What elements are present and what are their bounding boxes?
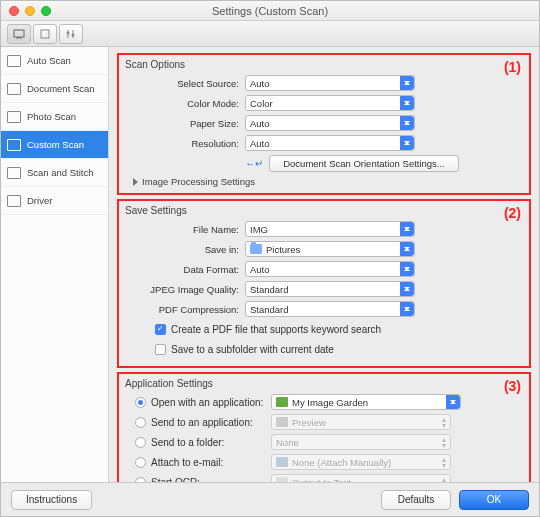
sidebar-label: Document Scan [27, 83, 95, 94]
minimize-icon[interactable] [25, 6, 35, 16]
mode-scan-from-panel-icon[interactable] [33, 24, 57, 44]
data-format-dropdown[interactable]: Auto [245, 261, 415, 277]
save-in-dropdown[interactable]: Pictures [245, 241, 415, 257]
open-with-app-label: Open with an application: [151, 397, 271, 408]
open-with-app-dropdown[interactable]: My Image Garden [271, 394, 461, 410]
pdf-keyword-checkbox[interactable] [155, 324, 166, 335]
scanner-icon [7, 83, 21, 95]
start-ocr-dropdown: Output to Text▴▾ [271, 474, 451, 482]
send-to-folder-label: Send to a folder: [151, 437, 271, 448]
scanner-icon [7, 167, 21, 179]
dropdown-arrow-icon [400, 242, 414, 256]
dropdown-arrow-icon [400, 262, 414, 276]
scanner-icon [7, 55, 21, 67]
jpeg-quality-dropdown[interactable]: Standard [245, 281, 415, 297]
sidebar-label: Custom Scan [27, 139, 84, 150]
paper-size-label: Paper Size: [125, 118, 245, 129]
sidebar-item-auto-scan[interactable]: Auto Scan [1, 47, 108, 75]
paper-size-dropdown[interactable]: Auto [245, 115, 415, 131]
application-settings-group: (3) Application Settings Open with an ap… [117, 372, 531, 482]
close-icon[interactable] [9, 6, 19, 16]
dropdown-arrow-icon [400, 222, 414, 236]
file-name-label: File Name: [125, 224, 245, 235]
send-to-app-label: Send to an application: [151, 417, 271, 428]
select-source-dropdown[interactable]: Auto [245, 75, 415, 91]
preview-icon [276, 417, 288, 427]
pdf-keyword-label: Create a PDF file that supports keyword … [171, 324, 381, 335]
dropdown-arrow-icon [446, 395, 460, 409]
scanner-icon [7, 111, 21, 123]
footer-bar: Instructions Defaults OK [1, 482, 539, 516]
mode-scan-from-computer-icon[interactable] [7, 24, 31, 44]
send-to-folder-radio[interactable] [135, 437, 146, 448]
application-settings-title: Application Settings [125, 378, 523, 389]
dropdown-arrow-icon [400, 282, 414, 296]
scanner-icon [7, 195, 21, 207]
orientation-link-icon: ←↵ [245, 158, 263, 169]
save-in-label: Save in: [125, 244, 245, 255]
open-with-app-radio[interactable] [135, 397, 146, 408]
sidebar-label: Photo Scan [27, 111, 76, 122]
window-title: Settings (Custom Scan) [212, 5, 328, 17]
pdf-compression-dropdown[interactable]: Standard [245, 301, 415, 317]
dropdown-arrow-icon [400, 136, 414, 150]
scan-options-group: (1) Scan Options Select Source:Auto Colo… [117, 53, 531, 195]
file-name-field[interactable]: IMG [245, 221, 415, 237]
svg-point-5 [67, 31, 70, 34]
jpeg-quality-label: JPEG Image Quality: [125, 284, 245, 295]
mode-toolbar [1, 21, 539, 47]
sidebar: Auto Scan Document Scan Photo Scan Custo… [1, 47, 109, 482]
app-icon [276, 397, 288, 407]
attach-email-radio[interactable] [135, 457, 146, 468]
send-to-app-radio[interactable] [135, 417, 146, 428]
sidebar-item-custom-scan[interactable]: Custom Scan [1, 131, 108, 159]
sidebar-label: Auto Scan [27, 55, 71, 66]
color-mode-dropdown[interactable]: Color [245, 95, 415, 111]
svg-rect-0 [14, 30, 24, 37]
annotation-2: (2) [504, 205, 521, 221]
sidebar-item-document-scan[interactable]: Document Scan [1, 75, 108, 103]
dropdown-arrow-icon [400, 116, 414, 130]
mail-icon [276, 457, 288, 467]
zoom-icon[interactable] [41, 6, 51, 16]
subfolder-date-label: Save to a subfolder with current date [171, 344, 334, 355]
window-titlebar: Settings (Custom Scan) [1, 1, 539, 21]
image-processing-disclosure[interactable]: Image Processing Settings [133, 176, 523, 187]
folder-icon [250, 244, 262, 254]
dropdown-arrow-icon [400, 302, 414, 316]
save-settings-title: Save Settings [125, 205, 523, 216]
pdf-compression-label: PDF Compression: [125, 304, 245, 315]
instructions-button[interactable]: Instructions [11, 490, 92, 510]
send-to-folder-dropdown: None▴▾ [271, 434, 451, 450]
main-content: (1) Scan Options Select Source:Auto Colo… [109, 47, 539, 482]
window-controls [9, 6, 51, 16]
orientation-settings-button[interactable]: Document Scan Orientation Settings... [269, 155, 459, 172]
dropdown-arrow-icon [400, 76, 414, 90]
subfolder-date-checkbox[interactable] [155, 344, 166, 355]
attach-email-dropdown: None (Attach Manually)▴▾ [271, 454, 451, 470]
save-settings-group: (2) Save Settings File Name:IMG Save in:… [117, 199, 531, 368]
color-mode-label: Color Mode: [125, 98, 245, 109]
resolution-label: Resolution: [125, 138, 245, 149]
disclosure-triangle-icon [133, 178, 138, 186]
resolution-dropdown[interactable]: Auto [245, 135, 415, 151]
sidebar-item-scan-and-stitch[interactable]: Scan and Stitch [1, 159, 108, 187]
ok-button[interactable]: OK [459, 490, 529, 510]
scanner-icon [7, 139, 21, 151]
scan-options-title: Scan Options [125, 59, 523, 70]
dropdown-arrow-icon [400, 96, 414, 110]
send-to-app-dropdown: Preview▴▾ [271, 414, 451, 430]
sidebar-item-driver[interactable]: Driver [1, 187, 108, 215]
sidebar-item-photo-scan[interactable]: Photo Scan [1, 103, 108, 131]
annotation-1: (1) [504, 59, 521, 75]
data-format-label: Data Format: [125, 264, 245, 275]
attach-email-label: Attach to e-mail: [151, 457, 271, 468]
sidebar-label: Driver [27, 195, 52, 206]
sidebar-label: Scan and Stitch [27, 167, 94, 178]
svg-rect-2 [41, 30, 49, 38]
mode-general-settings-icon[interactable] [59, 24, 83, 44]
defaults-button[interactable]: Defaults [381, 490, 451, 510]
svg-point-6 [72, 33, 75, 36]
select-source-label: Select Source: [125, 78, 245, 89]
annotation-3: (3) [504, 378, 521, 394]
